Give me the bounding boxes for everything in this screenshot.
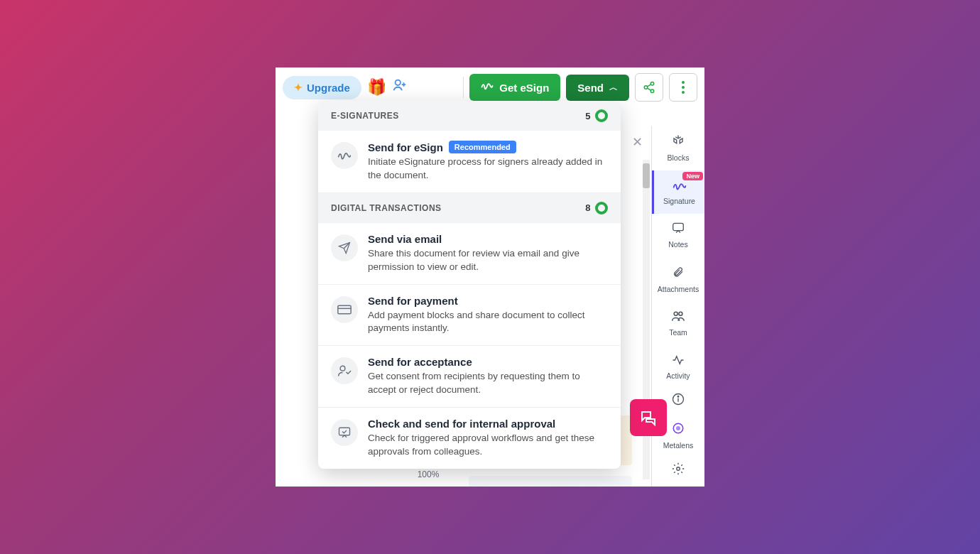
- sidebar-item-notes[interactable]: Notes: [652, 214, 704, 257]
- scrollbar-thumb[interactable]: [643, 163, 650, 188]
- chat-fab[interactable]: [630, 399, 667, 436]
- metalens-icon: [672, 422, 685, 438]
- zoom-level: 100%: [418, 469, 440, 479]
- gear-icon: [672, 462, 685, 479]
- item-desc: Check for triggered approval workflows a…: [368, 432, 608, 459]
- payment-icon: [331, 296, 358, 323]
- item-title: Send via email: [368, 233, 442, 245]
- esignatures-count: 5: [585, 109, 608, 122]
- upgrade-label: Upgrade: [307, 82, 350, 94]
- sidebar-label: Notes: [668, 240, 687, 249]
- sparkle-icon: ✦: [294, 82, 303, 93]
- digital-transactions-header: DIGITAL TRANSACTIONS 8: [318, 193, 621, 223]
- svg-point-16: [679, 312, 682, 315]
- user-check-icon: [331, 357, 358, 384]
- svg-rect-10: [338, 305, 351, 314]
- signature-icon: [331, 142, 358, 169]
- digital-transactions-count: 8: [585, 202, 608, 214]
- item-title: Send for acceptance: [368, 356, 472, 368]
- paperclip-icon: [673, 266, 684, 282]
- item-desc: Initiate eSignature process for signers …: [368, 156, 608, 183]
- item-desc: Get consent from recipients by requestin…: [368, 370, 608, 397]
- item-desc: Share this document for review via email…: [368, 247, 608, 274]
- get-esign-button[interactable]: Get eSign: [469, 74, 560, 101]
- svg-point-22: [677, 467, 680, 471]
- send-via-email-item[interactable]: Send via email Share this document for r…: [318, 223, 621, 285]
- notes-icon: [672, 222, 685, 237]
- sidebar-label: Metalens: [663, 441, 694, 450]
- sidebar-label: Blocks: [668, 153, 690, 162]
- svg-line-5: [647, 88, 650, 90]
- sidebar-label: Signature: [663, 197, 695, 205]
- svg-line-4: [647, 85, 650, 87]
- recommended-badge: Recommended: [449, 141, 516, 153]
- send-for-acceptance-item[interactable]: Send for acceptance Get consent from rec…: [318, 346, 621, 408]
- svg-point-1: [650, 82, 654, 86]
- svg-rect-14: [673, 223, 684, 230]
- sidebar-label: Team: [669, 328, 687, 337]
- svg-point-12: [340, 366, 345, 371]
- send-for-esign-item[interactable]: Send for eSign Recommended Initiate eSig…: [318, 131, 621, 193]
- get-esign-label: Get eSign: [499, 82, 549, 94]
- gift-icon[interactable]: 🎁: [367, 78, 386, 97]
- add-user-icon[interactable]: [392, 77, 408, 97]
- upgrade-button[interactable]: ✦ Upgrade: [283, 76, 361, 99]
- close-icon[interactable]: ✕: [632, 134, 643, 150]
- esignatures-header: E-SIGNATURES 5: [318, 101, 621, 131]
- svg-point-19: [677, 396, 679, 398]
- send-dropdown: E-SIGNATURES 5 Send for eSign Recommende…: [318, 101, 621, 469]
- team-icon: [671, 310, 685, 325]
- item-desc: Add payment blocks and share document to…: [368, 309, 608, 336]
- sidebar-item-team[interactable]: Team: [652, 302, 704, 345]
- chevron-up-icon: ︿: [609, 82, 618, 94]
- svg-point-8: [682, 91, 685, 94]
- internal-approval-item[interactable]: Check and send for internal approval Che…: [318, 408, 621, 469]
- sidebar-label: Attachments: [658, 285, 699, 293]
- sidebar-label: Activity: [666, 371, 690, 380]
- more-button[interactable]: [669, 73, 697, 102]
- item-title: Check and send for internal approval: [368, 418, 555, 430]
- new-badge: New: [682, 172, 703, 180]
- svg-point-15: [674, 312, 677, 315]
- sidebar-item-signature[interactable]: New Signature: [652, 170, 704, 214]
- app-window: ✦ Upgrade 🎁 Get eSign Send ︿ ✕: [276, 67, 704, 487]
- ring-icon: [595, 109, 608, 122]
- svg-point-3: [650, 89, 654, 93]
- toolbar-divider: [463, 77, 464, 98]
- send-button[interactable]: Send ︿: [566, 75, 629, 101]
- signature-icon: [673, 179, 687, 194]
- svg-rect-13: [339, 428, 350, 435]
- item-title: Send for eSign: [368, 141, 443, 153]
- share-button[interactable]: [635, 73, 663, 102]
- digital-transactions-label: DIGITAL TRANSACTIONS: [331, 203, 442, 213]
- sidebar-item-activity[interactable]: Activity: [652, 345, 704, 389]
- signature-icon: [481, 81, 494, 94]
- svg-point-21: [676, 426, 680, 430]
- svg-point-7: [682, 86, 685, 89]
- svg-point-6: [682, 81, 685, 84]
- blocks-icon: [672, 134, 685, 151]
- sidebar-item-settings[interactable]: [652, 458, 704, 487]
- approval-icon: [331, 419, 358, 446]
- send-for-payment-item[interactable]: Send for payment Add payment blocks and …: [318, 285, 621, 347]
- sidebar-item-attachments[interactable]: Attachments: [652, 257, 704, 302]
- paper-plane-icon: [331, 234, 358, 261]
- item-title: Send for payment: [368, 295, 458, 307]
- send-label: Send: [577, 82, 604, 94]
- info-icon: [672, 393, 685, 409]
- activity-icon: [672, 354, 685, 369]
- svg-point-2: [644, 86, 648, 89]
- ring-icon: [595, 202, 608, 214]
- sidebar-item-blocks[interactable]: Blocks: [652, 126, 704, 170]
- canvas-block-bg2: [469, 476, 632, 487]
- esignatures-label: E-SIGNATURES: [331, 111, 399, 121]
- svg-point-0: [395, 80, 400, 85]
